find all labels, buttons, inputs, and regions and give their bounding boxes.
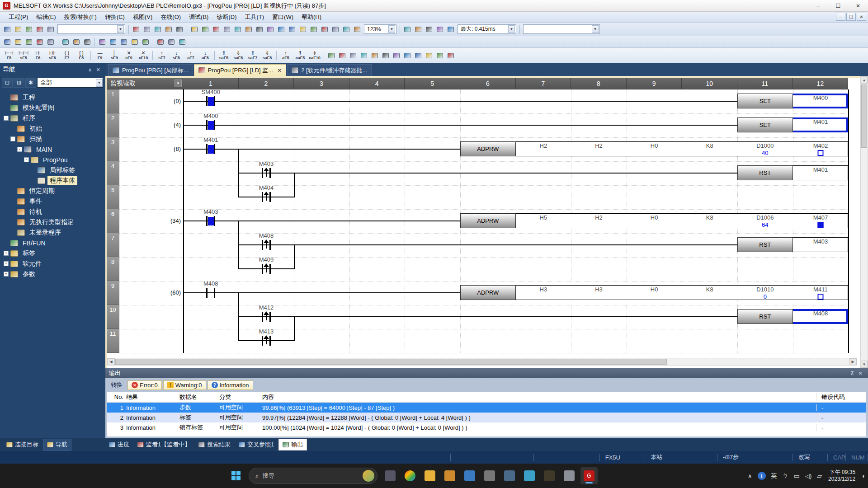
find-icon[interactable] (61, 37, 71, 47)
watch-stop-icon[interactable] (255, 24, 264, 34)
ime-indicator[interactable]: ㄅ (783, 472, 788, 480)
close-icon[interactable]: ✕ (94, 66, 102, 73)
contact-bar[interactable] (206, 144, 208, 154)
expand-icon[interactable]: + (4, 261, 9, 266)
tool-icon[interactable] (481, 467, 498, 484)
ladder-symbol-sF7[interactable]: ↑sF7 (155, 49, 169, 62)
menu-item-1[interactable]: 工程(P) (5, 12, 32, 23)
ladder-symbol-saF6[interactable]: ⇓saF6 (231, 49, 245, 62)
close-button[interactable]: ✕ (848, 0, 868, 12)
monitor-write-icon[interactable] (287, 24, 297, 34)
sidebar-item-局部标签[interactable]: 局部标签 (0, 165, 105, 175)
rebuild-icon[interactable] (166, 37, 176, 47)
menu-item-2[interactable]: 编辑(E) (32, 12, 60, 23)
filter-information[interactable]: ?Information (208, 380, 253, 390)
contact-bar[interactable] (206, 120, 208, 130)
device-display-icon[interactable] (446, 51, 456, 61)
close-icon[interactable]: ✕ (856, 370, 864, 377)
menu-item-10[interactable]: 窗口(W) (268, 12, 297, 23)
contact-bar[interactable] (269, 240, 271, 250)
pause-icon[interactable] (424, 24, 434, 34)
filter-warning[interactable]: !Warning:0 (163, 380, 206, 390)
start-button[interactable] (227, 467, 245, 484)
dark-app-icon[interactable] (541, 467, 558, 484)
scroll-right-icon[interactable]: ▶ (849, 358, 857, 365)
table-row[interactable]: 2Information标签可用空间99.97[%] (12284 [Word]… (107, 413, 866, 422)
chrome-icon[interactable] (401, 467, 419, 484)
ladder-symbol-aF5[interactable]: ↑aF5 (279, 49, 292, 62)
wrap-icon[interactable] (381, 51, 391, 61)
mdi-close-icon[interactable]: ✕ (857, 13, 866, 21)
parameter-icon[interactable] (119, 37, 129, 47)
contact-bar[interactable] (262, 312, 263, 322)
expand-icon[interactable]: + (4, 272, 9, 277)
current-value-change-icon[interactable] (309, 24, 319, 34)
instruction-rst-M401[interactable]: RST (737, 165, 848, 180)
maximize-button[interactable]: ☐ (828, 0, 848, 12)
tray-chevron-icon[interactable]: ∧ (748, 473, 752, 479)
sidebar-item-模块配置图[interactable]: 模块配置图 (0, 103, 105, 113)
battery-icon[interactable]: ▱ (817, 472, 822, 479)
menu-item-6[interactable]: 在线(O) (156, 12, 185, 23)
monitor-write-mode-icon[interactable] (435, 51, 445, 61)
grid-view-icon[interactable] (46, 37, 56, 47)
chevron-down-icon[interactable]: ▼ (96, 79, 103, 87)
menu-item-4[interactable]: 转换(C) (101, 12, 129, 23)
contact-bar[interactable] (262, 192, 263, 202)
sidebar-item-未登录程序[interactable]: 未登录程序 (0, 227, 105, 238)
contact-bar[interactable] (214, 216, 215, 226)
language-indicator[interactable]: 英 (771, 472, 777, 480)
dev-comment-icon[interactable] (82, 37, 92, 47)
outlook-icon[interactable] (441, 467, 458, 484)
comment-icon[interactable] (348, 51, 358, 61)
instruction-rst-M408[interactable]: RST (737, 309, 848, 324)
chip-icon[interactable] (24, 37, 34, 47)
gear-icon[interactable]: ✱ (25, 78, 36, 88)
tab-交叉参照1[interactable]: 交叉参照1 (235, 439, 278, 450)
zoom-in-icon[interactable] (330, 24, 340, 34)
tab-导航[interactable]: 导航 (43, 439, 71, 450)
list-view-icon[interactable] (35, 37, 45, 47)
template-icon[interactable] (392, 51, 401, 61)
tab-1[interactable]: ProgPou [PRG] [局部标... (108, 64, 193, 76)
contact-bar[interactable] (214, 288, 215, 298)
pin-icon[interactable]: ⊼ (86, 66, 94, 73)
ladder-editor[interactable]: 监视读取▼1234567891011121234567891011(0)(4)(… (105, 76, 868, 368)
mdi-minimize-icon[interactable]: ─ (836, 13, 845, 21)
check-program-icon[interactable] (130, 37, 140, 47)
dev-label-icon[interactable] (97, 37, 107, 47)
menu-item-3[interactable]: 搜索/替换(F) (60, 12, 101, 23)
redo-icon[interactable] (175, 24, 184, 34)
tab-搜索结果[interactable]: 搜索结果 (195, 439, 234, 450)
verify-icon[interactable] (211, 24, 221, 34)
tab-输出[interactable]: 输出 (278, 439, 307, 450)
contact-bar[interactable] (262, 168, 263, 178)
sfc-icon[interactable] (320, 24, 330, 34)
scan-icon[interactable] (446, 24, 456, 34)
edit-connect-icon[interactable] (337, 51, 347, 61)
ladder-symbol-aF8[interactable]: ↓aF8 (198, 49, 212, 62)
help-icon[interactable] (46, 24, 56, 34)
horizontal-scrollbar[interactable]: ◀ ▶ (107, 358, 857, 366)
ladder-symbol-sF5[interactable]: ⊢/⊣sF5 (17, 49, 30, 62)
ladder-symbol-F9[interactable]: —F9 (93, 49, 107, 62)
chevron-down-icon[interactable]: ▼ (388, 25, 395, 33)
device-batch-monitor-icon[interactable] (265, 24, 275, 34)
contact-bar[interactable] (262, 336, 263, 346)
build-icon[interactable] (156, 37, 165, 47)
collapse-icon[interactable]: - (10, 136, 15, 141)
contact-bar[interactable] (262, 264, 263, 274)
instruction-set-M401[interactable]: SET (737, 117, 848, 132)
ladder-symbol-F7[interactable]: ( )F7 (60, 49, 74, 62)
instruction-rst-M403[interactable]: RST (737, 237, 848, 252)
mdi-restore-icon[interactable]: ☐ (846, 13, 856, 21)
copy-icon[interactable] (142, 24, 152, 34)
search-device-icon[interactable] (177, 37, 187, 47)
sidebar-item-事件[interactable]: 事件 (0, 196, 105, 206)
sidebar-item-标签[interactable]: +标签 (0, 248, 105, 258)
read-mode-icon[interactable] (402, 51, 412, 61)
write-to-plc-icon[interactable] (189, 24, 199, 34)
replace-icon[interactable] (71, 37, 81, 47)
run-icon[interactable] (413, 24, 423, 34)
contact-bar[interactable] (206, 216, 208, 226)
